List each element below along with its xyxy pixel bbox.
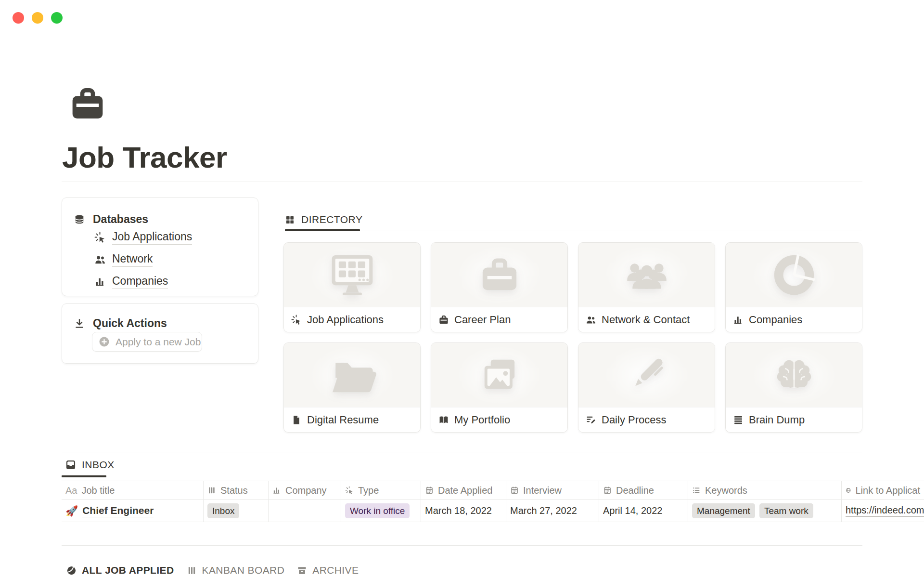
card-brain-dump[interactable]: Brain Dump bbox=[725, 342, 862, 433]
card-label: Digital Resume bbox=[307, 414, 379, 426]
card-caption: Digital Resume bbox=[284, 407, 420, 433]
sidebar-item-job-applications[interactable]: Job Applications bbox=[94, 226, 192, 249]
column-header-type[interactable]: Type bbox=[341, 481, 421, 499]
tab-directory[interactable]: DIRECTORY bbox=[285, 214, 362, 225]
people-icon bbox=[586, 315, 596, 325]
card-caption: Daily Process bbox=[578, 407, 715, 433]
company-cell[interactable] bbox=[269, 500, 341, 522]
card-companies[interactable]: Companies bbox=[725, 242, 862, 332]
databases-header: Databases bbox=[74, 213, 148, 226]
sidebar-item-companies[interactable]: Companies bbox=[94, 271, 192, 293]
link-cell[interactable]: https://indeed.com bbox=[842, 500, 924, 522]
divider bbox=[62, 452, 862, 452]
card-caption: Brain Dump bbox=[726, 407, 862, 433]
globe-icon bbox=[846, 486, 851, 495]
close-window-button[interactable] bbox=[13, 12, 24, 24]
active-tab-underline bbox=[285, 229, 360, 231]
directory-tab-label: DIRECTORY bbox=[301, 214, 362, 225]
card-cover bbox=[431, 343, 567, 407]
type-cell[interactable]: Work in office bbox=[341, 500, 421, 522]
click-icon bbox=[291, 315, 302, 325]
divider bbox=[62, 545, 862, 546]
keyword-tag[interactable]: Team work bbox=[759, 503, 813, 518]
card-label: Daily Process bbox=[602, 414, 666, 426]
card-cover bbox=[431, 243, 567, 307]
link-label[interactable]: Job Applications bbox=[112, 230, 192, 245]
column-header-link[interactable]: Link to Applicat bbox=[842, 481, 924, 499]
card-caption: Career Plan bbox=[431, 307, 567, 332]
keyword-tag[interactable]: Management bbox=[692, 503, 755, 518]
page-title: Job Tracker bbox=[62, 140, 227, 174]
card-digital-resume[interactable]: Digital Resume bbox=[283, 342, 421, 433]
application-url-link[interactable]: https://indeed.com bbox=[846, 505, 924, 517]
tab-kanban-board[interactable]: KANBAN BOARD bbox=[187, 565, 285, 576]
deadline-cell[interactable]: April 14, 2022 bbox=[599, 500, 688, 522]
status-cell[interactable]: Inbox bbox=[204, 500, 269, 522]
monitor-grid-icon bbox=[324, 252, 381, 298]
column-header-deadline[interactable]: Deadline bbox=[599, 481, 688, 499]
keywords-cell[interactable]: Management Team work bbox=[688, 500, 842, 522]
donut-chart-icon bbox=[768, 254, 821, 296]
archive-icon bbox=[297, 565, 307, 576]
status-tag[interactable]: Inbox bbox=[207, 503, 239, 518]
link-label[interactable]: Network bbox=[112, 252, 153, 267]
databases-list: Job Applications Network Companies bbox=[94, 226, 192, 293]
window-controls bbox=[13, 12, 63, 24]
interview-cell[interactable]: March 27, 2022 bbox=[506, 500, 599, 522]
apply-new-job-label: Apply to a new Job bbox=[116, 336, 201, 348]
card-my-portfolio[interactable]: My Portfolio bbox=[431, 342, 568, 433]
card-career-plan[interactable]: Career Plan bbox=[431, 242, 568, 332]
bar-chart-icon bbox=[94, 276, 106, 288]
minimize-window-button[interactable] bbox=[32, 12, 43, 24]
briefcase-icon[interactable] bbox=[68, 85, 107, 123]
card-cover bbox=[726, 343, 862, 407]
card-cover bbox=[578, 243, 715, 307]
rocket-emoji: 🚀 bbox=[65, 505, 78, 517]
card-label: Career Plan bbox=[454, 314, 511, 326]
bar-chart-icon bbox=[733, 315, 744, 325]
download-icon bbox=[74, 318, 85, 329]
apply-new-job-button[interactable]: Apply to a new Job bbox=[92, 332, 202, 352]
people-icon bbox=[94, 254, 106, 265]
card-network-contact[interactable]: Network & Contact bbox=[578, 242, 715, 332]
column-header-keywords[interactable]: Keywords bbox=[688, 481, 842, 499]
plus-circle-icon bbox=[99, 336, 110, 347]
column-header-date-applied[interactable]: Date Applied bbox=[421, 481, 506, 499]
card-cover bbox=[284, 243, 420, 307]
briefcase-icon bbox=[438, 315, 449, 325]
briefcase-icon bbox=[476, 256, 523, 294]
zoom-window-button[interactable] bbox=[51, 12, 63, 24]
sidebar-item-network[interactable]: Network bbox=[94, 249, 192, 271]
list-icon bbox=[692, 486, 701, 495]
photos-icon bbox=[474, 355, 526, 396]
column-header-interview[interactable]: Interview bbox=[506, 481, 599, 499]
tab-all-job-applied[interactable]: ALL JOB APPLIED bbox=[66, 565, 174, 576]
notion-job-tracker-window: Job Tracker Databases Job Applications N… bbox=[0, 0, 924, 578]
calendar-icon bbox=[425, 486, 434, 495]
calendar-icon bbox=[510, 486, 519, 495]
card-cover bbox=[726, 243, 862, 307]
card-cover bbox=[284, 343, 420, 407]
inbox-table: Aa Job title Status Company Type Date Ap… bbox=[62, 481, 924, 522]
column-header-status[interactable]: Status bbox=[204, 481, 269, 499]
link-label[interactable]: Companies bbox=[112, 275, 168, 289]
job-title-cell[interactable]: 🚀 Chief Engineer bbox=[62, 500, 204, 522]
card-job-applications[interactable]: Job Applications bbox=[283, 242, 421, 332]
card-daily-process[interactable]: Daily Process bbox=[578, 342, 715, 433]
divider bbox=[62, 182, 862, 182]
column-header-job-title[interactable]: Aa Job title bbox=[62, 481, 204, 499]
pen-icon bbox=[620, 353, 673, 397]
date-applied-cell[interactable]: March 18, 2022 bbox=[421, 500, 506, 522]
card-caption: My Portfolio bbox=[431, 407, 567, 433]
card-cover bbox=[578, 343, 715, 407]
tab-row-divider bbox=[360, 231, 862, 231]
tab-inbox[interactable]: INBOX bbox=[65, 459, 115, 471]
type-tag[interactable]: Work in office bbox=[345, 503, 410, 518]
card-label: Companies bbox=[749, 314, 802, 326]
column-header-company[interactable]: Company bbox=[269, 481, 341, 499]
brain-icon bbox=[769, 355, 819, 395]
card-label: My Portfolio bbox=[454, 414, 510, 426]
job-title-link[interactable]: Chief Engineer bbox=[82, 505, 154, 517]
quick-actions-title: Quick Actions bbox=[93, 317, 167, 330]
tab-archive[interactable]: ARCHIVE bbox=[297, 565, 359, 576]
